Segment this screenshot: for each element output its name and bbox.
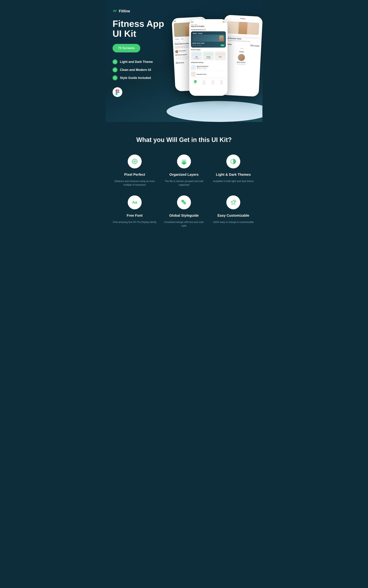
nav-home[interactable]: Home: [194, 80, 197, 84]
section-title: What you Will Get in this UI Kit?: [112, 136, 256, 144]
phone-greeting: Hello, Maria!: [191, 24, 226, 25]
trainer-role-left: Expert Trainer: [179, 51, 186, 53]
feature-name-free-font: Free Font: [127, 214, 143, 217]
feature-desc-styleguide: Consistent design with text and color st…: [162, 220, 206, 228]
feature-desc-light-dark: Available in both light and dark theme: [213, 179, 254, 183]
tag-beginner: Beginner: [175, 38, 180, 40]
feature-list: Light and Dark Theme Clean and Modern UI…: [112, 59, 172, 80]
hero-left: Fitness App UI Kit 70 Screens Light and …: [112, 19, 172, 97]
bottom-nav: Home Search Article Profile: [191, 79, 226, 84]
feature-card-free-font: Aa Free Font Free amazing font SF Pro Di…: [112, 195, 157, 228]
check-icon-2: [112, 67, 118, 72]
customizable-icon-circle: [226, 195, 240, 209]
hero-section: Fitline Fitness App UI Kit 70 Screens Li…: [106, 0, 262, 122]
feature-desc-pixel-perfect: Distance and measure using an even multi…: [112, 179, 157, 187]
trending-workout-card: Beginner Full body Push Your Limit 360 k…: [191, 31, 226, 47]
workout-types-row: Hiit 12 session Amrap 15 session Focu: [191, 51, 226, 60]
trending-label: Trending Workouts 🔥: [191, 29, 226, 30]
styleguide-icon: [181, 199, 187, 206]
training-item-1: Deep Amrap Burner 🔥 125 kcal ⏱ 15min Beg…: [191, 64, 226, 71]
training-item-2: Deep Butt Sculp: [191, 71, 226, 78]
screens-badge: 70 Screens: [112, 44, 140, 52]
program-card: [225, 20, 261, 37]
feature-card-pixel-perfect: Pixel Perfect Distance and measure using…: [112, 154, 157, 187]
feature-name-light-dark: Light & Dark Themes: [216, 172, 251, 177]
free-font-icon: Aa: [131, 199, 138, 206]
customizable-icon: [230, 199, 237, 206]
check-icon-3: [112, 75, 118, 80]
feature-text-2: Clean and Modern UI: [120, 68, 151, 72]
feature-item-1: Light and Dark Theme: [112, 59, 172, 64]
program-trainer: Tom Cruiser: [250, 45, 260, 47]
feature-desc-customizable: 100% easy to change & customizable: [213, 220, 254, 224]
svg-point-11: [134, 161, 135, 162]
profile-label: Profile: [224, 50, 259, 54]
nav-profile[interactable]: Profile: [220, 80, 223, 84]
nav-search[interactable]: Search: [203, 80, 205, 84]
workout-card-title: Push Your Limit: [192, 42, 224, 44]
light-dark-icon: [230, 158, 237, 165]
type-amrap: Amrap 15 session: [203, 51, 214, 60]
svg-rect-0: [116, 89, 118, 91]
phone-main: 9:41 📶🔋 Hello, Maria! Stay Fit & Healthy…: [189, 19, 228, 96]
check-icon-1: [112, 59, 118, 64]
hero-title: Fitness App UI Kit: [112, 19, 172, 39]
figma-badge: [112, 87, 122, 97]
type-hiit: Hiit 12 session: [191, 51, 202, 60]
svg-rect-1: [118, 89, 119, 91]
logo-icon: [112, 9, 118, 14]
figma-icon: [115, 89, 120, 95]
type-focus: Focu: [215, 51, 226, 60]
svg-point-4: [118, 91, 119, 93]
phone-time: 9:41: [191, 21, 193, 23]
phone-main-screen: 9:41 📶🔋 Hello, Maria! Stay Fit & Healthy…: [189, 19, 228, 96]
feature-name-styleguide: Global Styleguide: [169, 214, 199, 217]
free-font-icon-circle: Aa: [128, 195, 142, 209]
feature-item-2: Clean and Modern UI: [112, 67, 172, 72]
pixel-perfect-icon: [131, 158, 138, 165]
feature-desc-organized-layers: The file is named, grouped and well orga…: [162, 179, 206, 187]
svg-rect-3: [116, 93, 118, 95]
feature-card-styleguide: Global Styleguide Consistent design with…: [162, 195, 206, 228]
additional-label: Additional training: [191, 62, 226, 63]
feature-name-customizable: Easy Customizable: [217, 214, 249, 217]
feature-name-organized-layers: Organized Layers: [169, 172, 199, 177]
feature-card-light-dark: Light & Dark Themes Available in both li…: [211, 154, 256, 187]
organized-layers-icon-circle: [177, 154, 191, 168]
feature-text-1: Light and Dark Theme: [120, 60, 153, 64]
logo-text: Fitline: [119, 9, 130, 13]
features-section: What you Will Get in this UI Kit?: [106, 122, 262, 238]
workout-card-sub: 360 kcal | 1h 25min: [192, 45, 202, 46]
features-grid: Pixel Perfect Distance and measure using…: [112, 154, 256, 228]
feature-card-organized-layers: Organized Layers The file is named, grou…: [162, 154, 206, 187]
phones-area: 9:41 📶🔋 Beginner Abs ★ 4.8 (139) Powerfu…: [175, 10, 262, 118]
light-dark-icon-circle: [226, 154, 240, 168]
phone-tagline: Stay Fit & Healthy: [191, 26, 226, 27]
nav-article[interactable]: Article: [212, 80, 214, 84]
feature-text-3: Style Guide Included: [120, 76, 151, 80]
feature-item-3: Style Guide Included: [112, 75, 172, 80]
styleguide-icon-circle: [177, 195, 191, 209]
pixel-perfect-icon-circle: [128, 154, 142, 168]
svg-rect-2: [116, 91, 118, 93]
feature-desc-free-font: Free amazing font SF Pro Display family: [113, 220, 156, 224]
tag-abs: Abs: [181, 38, 184, 40]
feature-name-pixel-perfect: Pixel Perfect: [124, 172, 145, 177]
svg-rect-18: [184, 202, 186, 204]
feature-card-customizable: Easy Customizable 100% easy to change & …: [211, 195, 256, 228]
rating-badge: ★ 4.8: [221, 45, 224, 46]
types-label: Workout types: [191, 49, 226, 51]
organized-layers-icon: [181, 158, 187, 165]
